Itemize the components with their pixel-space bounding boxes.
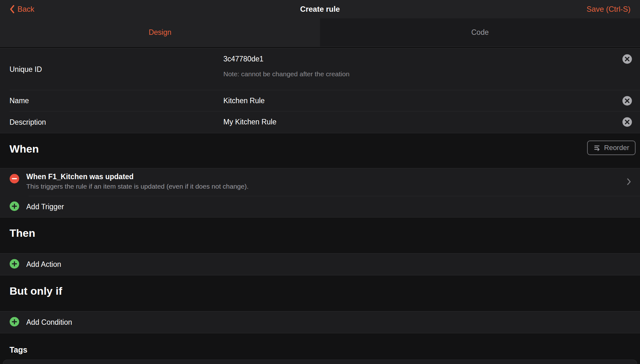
plus-circle-icon	[10, 317, 19, 328]
add-condition-button[interactable]: Add Condition	[0, 311, 640, 333]
description-input[interactable]	[223, 111, 611, 133]
clear-circle-icon	[622, 117, 632, 127]
unique-id-input[interactable]	[223, 48, 611, 70]
name-label: Name	[10, 90, 223, 111]
plus-circle-icon	[10, 201, 19, 212]
add-action-label: Add Action	[26, 260, 61, 269]
name-row: Name	[0, 90, 640, 111]
tags-card: Semantic Class None	[3, 360, 637, 364]
name-input[interactable]	[223, 90, 611, 111]
add-action-button[interactable]: Add Action	[0, 254, 640, 275]
page-title: Create rule	[0, 5, 640, 14]
clear-unique-id-button[interactable]	[622, 54, 632, 64]
triggers-card: When F1_Kitchen was updated This trigger…	[0, 168, 640, 217]
description-label: Description	[10, 111, 223, 133]
reorder-label: Reorder	[604, 144, 629, 152]
tab-code[interactable]: Code	[320, 18, 640, 47]
add-trigger-button[interactable]: Add Trigger	[0, 196, 640, 217]
tags-section-header: Tags	[0, 333, 640, 360]
tab-code-label: Code	[471, 28, 489, 37]
tab-design-label: Design	[149, 28, 171, 37]
rule-fields-card: Unique ID Note: cannot be changed after …	[0, 48, 640, 133]
remove-trigger-icon[interactable]	[10, 174, 19, 191]
back-button[interactable]: Back	[10, 5, 34, 14]
trigger-title: When F1_Kitchen was updated	[26, 173, 618, 181]
clear-circle-icon	[622, 96, 632, 106]
trigger-row[interactable]: When F1_Kitchen was updated This trigger…	[0, 168, 640, 196]
unique-id-row: Unique ID Note: cannot be changed after …	[0, 48, 640, 90]
then-title: Then	[10, 227, 630, 239]
when-title: When	[10, 143, 630, 155]
tab-design[interactable]: Design	[0, 18, 320, 47]
then-section-header: Then	[0, 217, 640, 253]
back-label: Back	[17, 5, 34, 14]
save-button[interactable]: Save (Ctrl-S)	[586, 5, 630, 14]
description-row: Description	[0, 111, 640, 133]
but-only-if-title: But only if	[10, 285, 630, 297]
trigger-subtitle: This triggers the rule if an item state …	[26, 183, 618, 190]
chevron-right-icon	[627, 178, 631, 187]
unique-id-label: Unique ID	[10, 48, 223, 90]
but-only-if-section-header: But only if	[0, 275, 640, 311]
tabbar: Design Code	[0, 18, 640, 47]
create-rule-page: Back Create rule Save (Ctrl-S) Design Co…	[0, 0, 640, 364]
divider	[29, 196, 640, 196]
unique-id-note: Note: cannot be changed after the creati…	[223, 70, 611, 86]
add-trigger-label: Add Trigger	[26, 203, 64, 211]
add-condition-label: Add Condition	[26, 318, 72, 327]
clear-circle-icon	[622, 54, 632, 64]
navbar: Back Create rule Save (Ctrl-S)	[0, 0, 640, 18]
actions-card: Add Action	[0, 253, 640, 275]
chevron-left-icon	[10, 5, 15, 14]
reorder-button[interactable]: Reorder	[587, 141, 636, 155]
tags-title: Tags	[10, 345, 630, 355]
clear-description-button[interactable]	[622, 117, 632, 127]
clear-name-button[interactable]	[622, 96, 632, 106]
plus-circle-icon	[10, 259, 19, 270]
semantic-class-row[interactable]: Semantic Class None	[3, 360, 637, 364]
when-section-header: When Reorder	[0, 133, 640, 168]
conditions-card: Add Condition	[0, 311, 640, 333]
reorder-icon	[593, 144, 601, 151]
